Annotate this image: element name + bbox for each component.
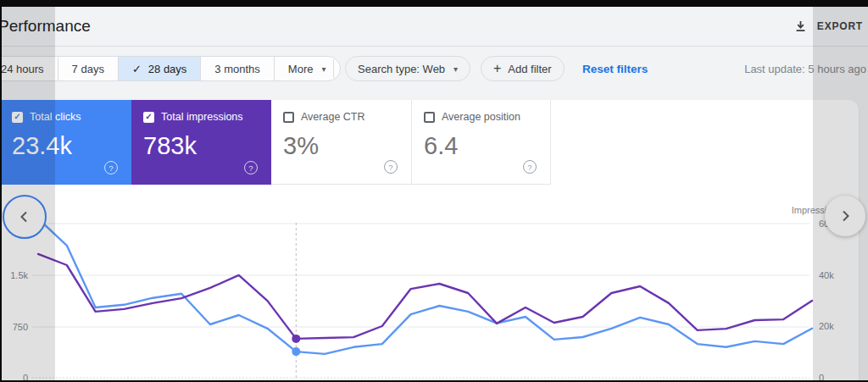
chevron-right-icon	[838, 209, 852, 223]
next-page-button[interactable]	[825, 196, 865, 236]
export-button[interactable]: EXPORT	[794, 7, 863, 46]
report-card: ✓ Total clicks 23.4k ? ✓ Total impressio…	[0, 100, 859, 382]
chevron-down-icon: ▾	[453, 64, 458, 74]
chevron-left-icon	[18, 210, 31, 224]
reset-filters-link[interactable]: Reset filters	[582, 56, 648, 81]
metric-checkbox[interactable]: ✓	[143, 112, 154, 123]
check-icon: ✓	[132, 63, 142, 75]
metric-card-0[interactable]: ✓ Total clicks 23.4k ?	[0, 100, 131, 185]
date-range-7-days[interactable]: 7 days	[58, 57, 119, 80]
metric-value: 783k	[143, 134, 259, 158]
right-axis-tick: 20k	[819, 321, 834, 331]
checkbox-check-icon: ✓	[14, 113, 20, 121]
download-icon	[794, 20, 807, 33]
metric-checkbox[interactable]	[424, 112, 435, 123]
date-range-28-days[interactable]: ✓ 28 days	[119, 57, 201, 80]
clicks-highlight-dot	[292, 347, 300, 356]
left-axis-tick: 1.5k	[10, 270, 28, 280]
page-header: Performance EXPORT	[0, 7, 868, 47]
metric-value: 3%	[283, 134, 399, 158]
search-type-dropdown[interactable]: Search type: Web ▾	[345, 56, 470, 81]
metric-value: 23.4k	[12, 134, 120, 158]
metric-value: 6.4	[424, 134, 538, 158]
left-axis-tick: 0	[23, 373, 28, 382]
date-range-24-hours[interactable]: 24 hours	[0, 57, 58, 80]
metric-checkbox[interactable]	[283, 112, 294, 123]
right-axis-tick: 0	[819, 373, 824, 382]
help-icon[interactable]: ?	[104, 161, 118, 174]
last-update-text: Last update: 5 hours ago	[744, 56, 866, 81]
performance-chart[interactable]: 1.5k 750 0 Impressions 60k 40k 20k 0	[0, 193, 859, 382]
metric-checkbox[interactable]: ✓	[12, 112, 23, 123]
metric-label: Average position	[442, 111, 520, 123]
add-filter-button[interactable]: + Add filter	[481, 56, 565, 81]
metric-label: Average CTR	[301, 111, 365, 123]
help-icon[interactable]: ?	[244, 161, 258, 174]
right-axis-tick: 40k	[819, 270, 834, 280]
toolbar-divider	[333, 59, 334, 78]
date-range-more[interactable]: More ▾	[275, 57, 340, 80]
metric-label: Total impressions	[161, 111, 243, 123]
plus-icon: +	[493, 61, 501, 76]
metric-card-2[interactable]: Average CTR 3% ?	[271, 100, 411, 185]
left-axis-tick: 750	[13, 322, 28, 332]
metric-label: Total clicks	[30, 111, 81, 123]
help-icon[interactable]: ?	[523, 160, 537, 174]
prev-page-button[interactable]	[3, 195, 47, 239]
impressions-highlight-dot	[292, 335, 300, 343]
impressions-line	[38, 254, 812, 339]
screenshot-top-bar	[0, 0, 868, 7]
metric-card-3[interactable]: Average position 6.4 ?	[411, 100, 551, 185]
help-icon[interactable]: ?	[384, 160, 398, 174]
date-range-3-months[interactable]: 3 months	[201, 57, 274, 80]
date-range-group: 24 hours 7 days ✓ 28 days 3 months More …	[0, 56, 341, 81]
gridlines	[32, 224, 810, 378]
performance-page: Performance EXPORT 24 hours 7 days ✓ 28 …	[0, 0, 868, 382]
export-label: EXPORT	[817, 20, 863, 32]
chevron-down-icon: ▾	[321, 64, 326, 74]
checkbox-check-icon: ✓	[145, 113, 152, 121]
page-title: Performance	[0, 7, 91, 46]
metric-card-1[interactable]: ✓ Total impressions 783k ?	[131, 100, 271, 185]
